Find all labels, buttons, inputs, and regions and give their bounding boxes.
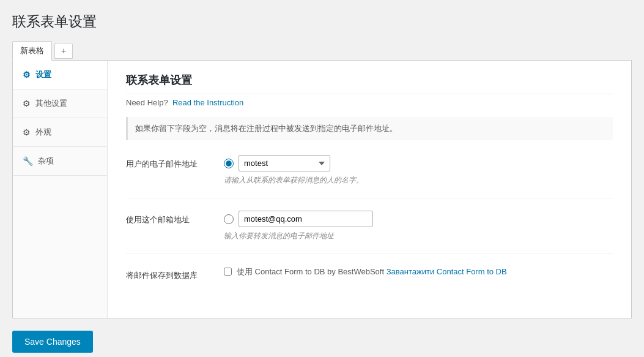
form-label-use-email: 使用这个邮箱地址	[126, 211, 224, 225]
info-text: 如果你留下字段为空，消息将在注册过程中被发送到指定的电子邮件地址。	[126, 117, 613, 140]
page-title: 联系表单设置	[12, 12, 632, 31]
tabs-bar: 新表格 +	[12, 41, 632, 61]
email-input[interactable]	[239, 211, 373, 227]
sidebar-label-misc: 杂项	[38, 156, 54, 167]
hint-use-email: 输入你要转发消息的电子邮件地址	[224, 231, 613, 241]
radio-use-email[interactable]	[224, 214, 234, 224]
tab-new-form[interactable]: 新表格	[12, 41, 52, 61]
select-user-email[interactable]: motest	[239, 155, 330, 171]
form-field-use-email: 输入你要转发消息的电子邮件地址	[224, 211, 613, 241]
sidebar-label-settings: 设置	[35, 69, 51, 80]
form-row-save-db: 将邮件保存到数据库 使用 Contact Form to DB by BestW…	[126, 266, 613, 293]
help-line: Need Help? Read the Instruction	[126, 98, 613, 107]
help-prefix: Need Help?	[126, 98, 168, 107]
checkbox-label-prefix: 使用 Contact Form to DB by BestWebSoft	[237, 267, 384, 276]
form-row-user-email: 用户的电子邮件地址 motest 请输入从联系的表单获得消息的人的名字。	[126, 155, 613, 198]
gear-icon-3: ⚙	[23, 127, 31, 137]
sidebar-item-other-settings[interactable]: ⚙ 其他设置	[13, 89, 107, 118]
sidebar-label-other-settings: 其他设置	[35, 98, 67, 109]
tab-add-button[interactable]: +	[54, 43, 73, 59]
page-wrapper: 联系表单设置 新表格 + ⚙ 设置 ⚙ 其他设置 ⚙ 外观 🔧 杂项 联系表	[0, 0, 644, 357]
save-changes-button[interactable]: Save Changes	[12, 331, 93, 353]
form-label-user-email: 用户的电子邮件地址	[126, 155, 224, 170]
wrench-icon: 🔧	[23, 156, 33, 166]
radio-row-user-email: motest	[224, 155, 613, 171]
gear-icon: ⚙	[23, 70, 31, 80]
sidebar-item-appearance[interactable]: ⚙ 外观	[13, 118, 107, 147]
checkbox-row-save-db: 使用 Contact Form to DB by BestWebSoft Зав…	[224, 266, 613, 277]
radio-user-email[interactable]	[224, 159, 234, 168]
checkbox-label-save-db: 使用 Contact Form to DB by BestWebSoft Зав…	[237, 266, 507, 277]
gear-icon-2: ⚙	[23, 99, 31, 108]
main-content: ⚙ 设置 ⚙ 其他设置 ⚙ 外观 🔧 杂项 联系表单设置 Need Help? …	[12, 61, 632, 318]
plugin-download-link[interactable]: Завантажити Contact Form to DB	[387, 267, 507, 276]
checkbox-save-db[interactable]	[224, 268, 232, 276]
sidebar-label-appearance: 外观	[35, 127, 51, 138]
form-label-save-db: 将邮件保存到数据库	[126, 266, 224, 281]
sidebar-item-settings[interactable]: ⚙ 设置	[13, 61, 107, 89]
form-field-user-email: motest 请输入从联系的表单获得消息的人的名字。	[224, 155, 613, 186]
form-row-use-email: 使用这个邮箱地址 输入你要转发消息的电子邮件地址	[126, 211, 613, 254]
hint-user-email: 请输入从联系的表单获得消息的人的名字。	[224, 175, 613, 186]
sidebar: ⚙ 设置 ⚙ 其他设置 ⚙ 外观 🔧 杂项	[13, 61, 108, 318]
help-link[interactable]: Read the Instruction	[172, 98, 243, 107]
section-title: 联系表单设置	[126, 73, 613, 94]
radio-row-use-email	[224, 211, 613, 227]
sidebar-item-misc[interactable]: 🔧 杂项	[13, 147, 107, 176]
content-area: 联系表单设置 Need Help? Read the Instruction 如…	[108, 61, 631, 318]
form-field-save-db: 使用 Contact Form to DB by BestWebSoft Зав…	[224, 266, 613, 277]
